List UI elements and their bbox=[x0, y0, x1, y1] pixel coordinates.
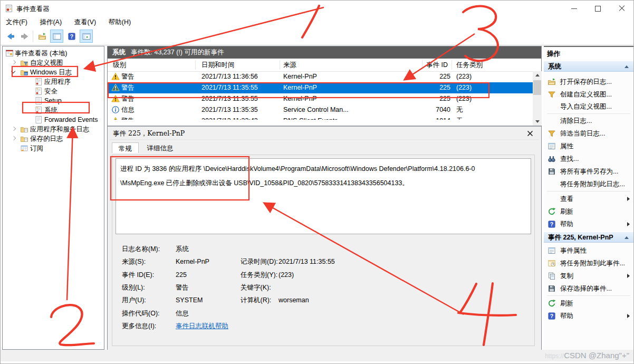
close-icon[interactable] bbox=[526, 130, 534, 137]
menu-file[interactable]: 文件(F) bbox=[1, 16, 33, 28]
action-event-properties[interactable]: 事件属性 bbox=[544, 244, 633, 257]
event-detail-panel: 事件 225，Kernel-PnP 常规 详细信息 进程 ID 为 3836 的… bbox=[108, 126, 541, 350]
event-level: 警告 bbox=[121, 93, 135, 104]
menu-view[interactable]: 查看(V) bbox=[69, 16, 102, 28]
action-properties[interactable]: 属性 bbox=[544, 140, 633, 152]
menu-help[interactable]: 帮助(H) bbox=[103, 16, 136, 28]
event-list-scrollbar[interactable] bbox=[533, 71, 542, 126]
field-value: (223) bbox=[278, 270, 294, 280]
status-strip: https://CSDN @Zhang"+" bbox=[1, 350, 633, 361]
tree-item-custom-views[interactable]: 自定义视图 bbox=[3, 58, 104, 68]
forward-button[interactable] bbox=[18, 30, 31, 43]
back-button[interactable] bbox=[4, 30, 17, 43]
action-refresh-event[interactable]: 刷新 bbox=[544, 297, 633, 310]
scrollbar-thumb[interactable] bbox=[533, 80, 541, 95]
detail-title: 事件 225，Kernel-PnP bbox=[113, 129, 185, 138]
action-help[interactable]: 帮助 bbox=[544, 218, 633, 231]
event-row[interactable]: 警告 2021/7/13 11:35:55 Kernel-PnP 225 (22… bbox=[108, 93, 533, 104]
event-row[interactable]: 警告 2021/7/13 11:36:56 Kernel-PnP 225 (22… bbox=[108, 71, 533, 82]
action-save-all-events-as[interactable]: 将所有事件另存为... bbox=[544, 165, 633, 178]
help-button[interactable] bbox=[65, 30, 78, 43]
event-row-selected[interactable]: 警告 2021/7/13 11:35:55 Kernel-PnP 225 (22… bbox=[108, 82, 533, 93]
action-create-custom-view[interactable]: 创建自定义视图... bbox=[544, 88, 633, 101]
section-header-system[interactable]: 系统 bbox=[544, 61, 633, 72]
tree-item-security[interactable]: 安全 bbox=[3, 87, 104, 96]
action-help-event[interactable]: 帮助 bbox=[544, 310, 633, 322]
menubar: 文件(F) 操作(A) 查看(V) 帮助(H) bbox=[1, 16, 633, 28]
event-message-line2: \MsMpEng.exe 已停止删除或弹出设备 USB\VID_1058&PID… bbox=[120, 179, 409, 188]
chevron-right-icon[interactable] bbox=[12, 136, 16, 140]
tree-item-windows-logs[interactable]: Windows 日志 bbox=[3, 68, 104, 77]
toolbar-separator bbox=[33, 31, 33, 42]
event-log-online-help-link[interactable]: 事件日志联机帮助 bbox=[176, 321, 228, 331]
scroll-up-button[interactable] bbox=[533, 71, 542, 79]
tree-item-label: Forwarded Events bbox=[44, 115, 98, 124]
close-button[interactable] bbox=[610, 1, 633, 16]
action-attach-task-to-log[interactable]: 将任务附加到此日志... bbox=[544, 178, 633, 190]
tree-item-system[interactable]: 系统 bbox=[3, 106, 104, 115]
action-filter-current-log[interactable]: 筛选当前日志... bbox=[544, 127, 633, 140]
submenu-arrow-icon bbox=[627, 197, 630, 201]
tree-item-root[interactable]: 事件查看器 (本地) bbox=[3, 49, 104, 58]
maximize-button[interactable] bbox=[586, 1, 610, 16]
event-message-box[interactable]: 进程 ID 为 3836 的应用程序 \Device\HarddiskVolum… bbox=[116, 158, 531, 234]
action-find[interactable]: 查找... bbox=[544, 152, 633, 165]
event-row-partial[interactable]: 警告 2021/7/13 11:33:43 DNS Client Events … bbox=[108, 116, 533, 120]
event-level: 警告 bbox=[121, 116, 135, 120]
action-save-selected-events[interactable]: 保存选择的事件... bbox=[544, 282, 633, 295]
window-title: 事件查看器 bbox=[16, 5, 50, 14]
minimize-button[interactable] bbox=[562, 1, 586, 16]
column-divider bbox=[195, 60, 196, 70]
chevron-down-icon[interactable] bbox=[11, 69, 15, 73]
column-source[interactable]: 来源 bbox=[283, 59, 296, 71]
windows-logs-folder-icon bbox=[20, 68, 28, 76]
log-summary: 事件数: 43,237 (!) 可用的新事件 bbox=[131, 46, 224, 59]
column-task-category[interactable]: 任务类别 bbox=[456, 59, 483, 71]
action-refresh[interactable]: 刷新 bbox=[544, 205, 633, 218]
action-import-custom-view[interactable]: 导入自定义视图... bbox=[544, 100, 633, 113]
filter-icon bbox=[547, 129, 556, 138]
action-view[interactable]: 查看 bbox=[544, 193, 633, 205]
tree-item-application[interactable]: 应用程序 bbox=[3, 77, 104, 87]
watermark: https://CSDN @Zhang"+" bbox=[545, 351, 629, 360]
event-id: 7040 bbox=[412, 104, 450, 116]
tree-item-apps-services-logs[interactable]: 应用程序和服务日志 bbox=[3, 124, 104, 134]
tree-item-saved-logs[interactable]: 保存的日志 bbox=[3, 134, 104, 143]
warning-icon bbox=[111, 83, 120, 92]
event-row[interactable]: 信息 2021/7/13 11:35:35 Service Control Ma… bbox=[108, 104, 533, 116]
tree-item-label: 安全 bbox=[44, 87, 57, 96]
open-saved-log-button[interactable] bbox=[35, 30, 49, 43]
action-attach-task-to-event[interactable]: 将任务附加到此事件... bbox=[544, 257, 633, 270]
console-tree-toggle-button[interactable] bbox=[50, 30, 63, 43]
tree-item-forwarded-events[interactable]: Forwarded Events bbox=[3, 115, 104, 124]
column-event-id[interactable]: 事件 ID bbox=[426, 59, 448, 71]
column-level[interactable]: 级别 bbox=[113, 59, 126, 71]
tab-details[interactable]: 详细信息 bbox=[140, 142, 179, 153]
column-divider bbox=[280, 60, 280, 70]
chevron-right-icon[interactable] bbox=[12, 127, 16, 131]
action-pane-toggle-button[interactable] bbox=[80, 30, 93, 43]
tree-item-subscriptions[interactable]: 订阅 bbox=[3, 143, 104, 153]
event-log-icon bbox=[34, 106, 43, 114]
menu-action[interactable]: 操作(A) bbox=[34, 16, 67, 28]
refresh-icon bbox=[547, 299, 556, 308]
actions-pane: 操作 系统 打开保存的日志... 创建自定义视图... 导入自定义视图... 清… bbox=[544, 46, 633, 350]
section-title: 事件 225, Kernel-PnP bbox=[548, 234, 613, 241]
tab-general[interactable]: 常规 bbox=[112, 142, 139, 153]
action-open-saved-log[interactable]: 打开保存的日志... bbox=[544, 75, 633, 88]
event-datetime: 2021/7/13 11:35:55 bbox=[201, 82, 258, 93]
action-clear-log[interactable]: 清除日志... bbox=[544, 114, 633, 127]
scroll-down-button[interactable] bbox=[533, 118, 542, 126]
column-datetime[interactable]: 日期和时间 bbox=[201, 59, 235, 71]
field-value: 警告 bbox=[176, 283, 189, 292]
section-header-event[interactable]: 事件 225, Kernel-PnP bbox=[544, 232, 633, 243]
tree-item-setup[interactable]: Setup bbox=[3, 96, 104, 106]
chevron-right-icon[interactable] bbox=[12, 60, 16, 64]
triangle-down-icon bbox=[535, 120, 540, 123]
collapse-arrow-icon bbox=[625, 65, 629, 68]
event-id: 1014 bbox=[412, 116, 450, 120]
field-value: Kernel-PnP bbox=[176, 257, 209, 266]
event-category: 无 bbox=[456, 104, 463, 116]
action-copy[interactable]: 复制 bbox=[544, 270, 633, 282]
event-source: Kernel-PnP bbox=[283, 93, 317, 104]
